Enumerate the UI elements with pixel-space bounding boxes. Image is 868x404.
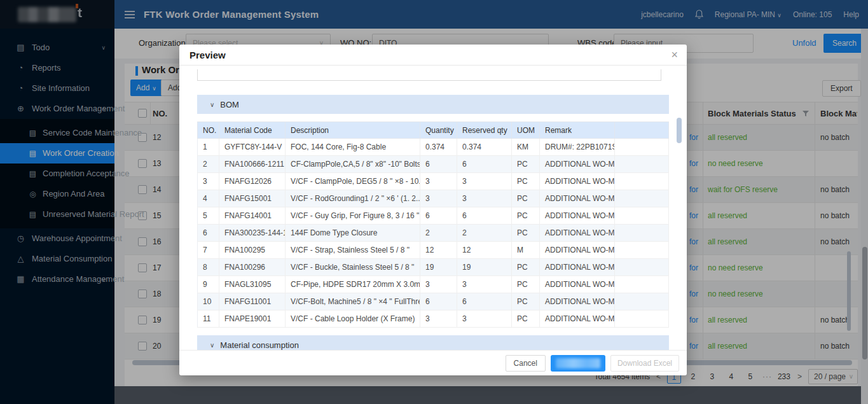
bom-cell: V/CF - Guy Grip, For Figure 8, 3 / 16 " bbox=[286, 207, 420, 225]
modal-scrollbar-thumb[interactable] bbox=[677, 118, 682, 143]
bom-cell: PC bbox=[512, 276, 540, 293]
bom-cell: FNA100666-1211 bbox=[219, 156, 286, 173]
bom-cell: 3 bbox=[420, 310, 457, 328]
bom-cell: 6 bbox=[198, 225, 219, 242]
bom-cell: 6 bbox=[420, 293, 457, 310]
bom-cell: ADDITIONAL WO-M... bbox=[540, 173, 615, 190]
bom-cell: 5 bbox=[198, 207, 219, 225]
modal-body: ∨ BOM NO.Material CodeDescriptionQuantit… bbox=[179, 66, 687, 350]
bom-cell: FNAFG15001 bbox=[219, 190, 286, 207]
bom-section-header[interactable]: ∨ BOM bbox=[197, 95, 669, 114]
bom-cell: 3 bbox=[420, 190, 457, 207]
bom-cell-filler bbox=[615, 259, 669, 276]
close-icon[interactable]: × bbox=[671, 48, 678, 62]
bom-column-header: Reserved qty bbox=[457, 122, 512, 139]
redaction-blur bbox=[556, 358, 600, 368]
bom-table-body: 1GYFTC8Y-144-VFOC, 144 Core, Fig-8 Cable… bbox=[198, 139, 669, 328]
bom-row: 9FNAGL31095CF-Pipe, HDPE SDR17 20mm X 3.… bbox=[198, 276, 669, 293]
bom-cell: FNAFG12026 bbox=[219, 173, 286, 190]
material-consumption-label: Material consumption bbox=[220, 340, 299, 350]
bom-cell: 12 bbox=[420, 242, 457, 259]
bom-section-label: BOM bbox=[220, 100, 239, 109]
bom-row: 3FNAFG12026V/CF - ClampPole, DEG5 / 8 " … bbox=[198, 173, 669, 190]
bom-cell: KM bbox=[512, 139, 540, 156]
bom-cell: V/CF - Cable Loop Holder (X Frame) bbox=[286, 310, 420, 328]
bom-cell: ADDITIONAL WO-M... bbox=[540, 207, 615, 225]
bom-cell: ADDITIONAL WO-M... bbox=[540, 190, 615, 207]
redacted-primary-button[interactable] bbox=[551, 355, 605, 372]
bom-column-header: Description bbox=[286, 122, 420, 139]
bom-cell: ADDITIONAL WO-M... bbox=[540, 242, 615, 259]
bom-cell: ADDITIONAL WO-M... bbox=[540, 259, 615, 276]
bom-cell-filler bbox=[615, 293, 669, 310]
bom-cell: FNA100296 bbox=[219, 259, 286, 276]
bom-cell: ADDITIONAL WO-M... bbox=[540, 310, 615, 328]
bom-cell: 6 bbox=[457, 293, 512, 310]
bom-cell: 11 bbox=[198, 310, 219, 328]
bom-cell-filler bbox=[615, 190, 669, 207]
bom-cell: 6 bbox=[420, 207, 457, 225]
bom-cell: FNAFG14001 bbox=[219, 207, 286, 225]
bom-cell: 2 bbox=[198, 156, 219, 173]
bom-cell: FOC, 144 Core, Fig-8 Cable bbox=[286, 139, 420, 156]
bom-cell: 8 bbox=[198, 259, 219, 276]
bom-cell: ADDITIONAL WO-M... bbox=[540, 276, 615, 293]
preview-modal: Preview × ∨ BOM NO.Material CodeDescript… bbox=[179, 45, 687, 375]
modal-footer: Cancel Download Excel bbox=[179, 350, 687, 375]
bom-cell: V/CF - RodGrounding1 / 2 " ×6 ' (1. 2... bbox=[286, 190, 420, 207]
bom-row: 7FNA100295V/CF - Strap, Stainless Steel … bbox=[198, 242, 669, 259]
bom-table-head-row: NO.Material CodeDescriptionQuantityReser… bbox=[198, 122, 669, 139]
bom-cell: 19 bbox=[420, 259, 457, 276]
clipped-section-box bbox=[197, 69, 661, 81]
bom-table: NO.Material CodeDescriptionQuantityReser… bbox=[197, 122, 669, 328]
bom-row: 2FNA100666-1211CF-ClampPole,CA,5 / 8" x8… bbox=[198, 156, 669, 173]
bom-cell: PC bbox=[512, 156, 540, 173]
bom-cell: 0.374 bbox=[420, 139, 457, 156]
bom-row: 8FNA100296V/CF - Buckle, Stainless Steel… bbox=[198, 259, 669, 276]
bom-cell: 19 bbox=[457, 259, 512, 276]
bom-column-header: UOM bbox=[512, 122, 540, 139]
bom-cell: 6 bbox=[457, 207, 512, 225]
bom-cell: 3 bbox=[198, 173, 219, 190]
bom-cell: 7 bbox=[198, 242, 219, 259]
bom-cell: FNAGL31095 bbox=[219, 276, 286, 293]
bom-cell: 9 bbox=[198, 276, 219, 293]
bom-cell: 3 bbox=[420, 173, 457, 190]
bom-cell: 4 bbox=[198, 190, 219, 207]
bom-cell: M bbox=[512, 242, 540, 259]
bom-cell-filler bbox=[615, 139, 669, 156]
bom-row: 5FNAFG14001V/CF - Guy Grip, For Figure 8… bbox=[198, 207, 669, 225]
bom-cell: DRUM#: 22PB1071S0... bbox=[540, 139, 615, 156]
bom-cell: PC bbox=[512, 190, 540, 207]
bom-cell: 144F Dome Type Closure bbox=[286, 225, 420, 242]
bom-cell: 12 bbox=[457, 242, 512, 259]
bom-row: 6FNA300235-144-1211144F Dome Type Closur… bbox=[198, 225, 669, 242]
bom-cell-filler bbox=[615, 207, 669, 225]
bom-cell: V/CF - ClampPole, DEG5 / 8 " ×8 - 10... bbox=[286, 173, 420, 190]
bom-cell: FNAPE19001 bbox=[219, 310, 286, 328]
bom-row: 11FNAPE19001V/CF - Cable Loop Holder (X … bbox=[198, 310, 669, 328]
bom-cell: PC bbox=[512, 310, 540, 328]
bom-cell: PC bbox=[512, 173, 540, 190]
bom-cell: ADDITIONAL WO-M... bbox=[540, 156, 615, 173]
chevron-down-icon: ∨ bbox=[210, 342, 214, 349]
bom-cell: FNA100295 bbox=[219, 242, 286, 259]
bom-cell-filler bbox=[615, 225, 669, 242]
bom-cell: 0.374 bbox=[457, 139, 512, 156]
bom-cell: 3 bbox=[457, 190, 512, 207]
bom-column-header-filler bbox=[615, 122, 669, 139]
material-consumption-section-header[interactable]: ∨ Material consumption bbox=[197, 335, 669, 350]
bom-cell-filler bbox=[615, 276, 669, 293]
bom-cell: 3 bbox=[420, 276, 457, 293]
bom-cell: ADDITIONAL WO-M... bbox=[540, 293, 615, 310]
bom-cell: CF-ClampPole,CA,5 / 8" x8" -10" Bolts... bbox=[286, 156, 420, 173]
download-excel-button[interactable]: Download Excel bbox=[610, 355, 679, 372]
bom-row: 10FNAFG11001V/CF-Bolt, Machine5 / 8 " ×4… bbox=[198, 293, 669, 310]
bom-cell: V/CF - Strap, Stainless Steel 5 / 8 " bbox=[286, 242, 420, 259]
bom-cell: 6 bbox=[420, 156, 457, 173]
bom-cell-filler bbox=[615, 310, 669, 328]
bom-column-header: Remark bbox=[540, 122, 615, 139]
bom-cell: 6 bbox=[457, 156, 512, 173]
bom-cell: 3 bbox=[457, 276, 512, 293]
cancel-button[interactable]: Cancel bbox=[506, 355, 546, 372]
